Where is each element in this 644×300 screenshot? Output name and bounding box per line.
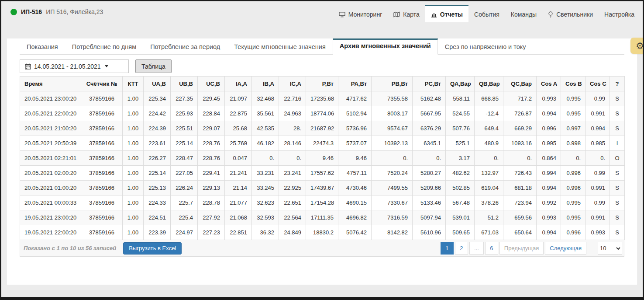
- table-cell: 36.32: [252, 225, 279, 240]
- nav-reports[interactable]: Отчеты: [425, 5, 468, 22]
- table-row: 20.05.2021 02:00:20378591661.00225.14227…: [20, 166, 625, 181]
- next-page-button[interactable]: Следующая: [545, 242, 586, 255]
- table-cell: 378.26: [475, 195, 503, 210]
- table-cell: 8142.82: [372, 225, 413, 240]
- table-cell: 6376.29: [413, 121, 446, 136]
- table-cell: 7316.59: [372, 210, 413, 225]
- table-cell: 0.996: [561, 181, 585, 195]
- table-footer: Показано с 1 по 10 из 56 записей Выгрузи…: [20, 240, 624, 257]
- date-range-picker[interactable]: 14.05.2021 - 21.05.2021: [20, 59, 129, 73]
- table-view-button[interactable]: Таблица: [135, 59, 172, 73]
- table-body: 20.05.2021 23:00:20378591661.00225.34227…: [20, 91, 625, 240]
- device-info: ИП-516 ИП 516, Филейка,23: [10, 1, 103, 22]
- table-cell: 0.994: [537, 181, 561, 195]
- table-cell: 227.92: [198, 210, 225, 225]
- table-cell: 0.: [372, 151, 413, 166]
- table-cell: 1.00: [123, 151, 144, 166]
- table-cell: 723.94: [503, 195, 537, 210]
- table-cell: 0.: [252, 151, 279, 166]
- prev-page-button[interactable]: Предыдущая: [499, 242, 544, 255]
- table-cell: 19.05.2021 23:00:20: [20, 210, 81, 225]
- nav-monitoring[interactable]: Мониторинг: [333, 5, 388, 22]
- table-cell: 0.996: [561, 225, 585, 240]
- nav-settings[interactable]: Настройка: [599, 5, 640, 22]
- table-cell: I: [610, 136, 625, 151]
- table-cell: 17235.68: [306, 91, 338, 106]
- nav-label: Команды: [511, 11, 537, 18]
- table-cell: 5667.95: [413, 106, 446, 121]
- table-cell: 4690.15: [338, 195, 372, 210]
- table-cell: 226.27: [144, 151, 171, 166]
- tab-period-consumption[interactable]: Потребление за период: [143, 38, 227, 55]
- table-cell: 1.00: [123, 136, 144, 151]
- table-cell: S: [610, 195, 625, 210]
- nav-label: Отчеты: [440, 11, 463, 18]
- table-cell: 21687.92: [306, 121, 338, 136]
- nav-label: События: [474, 11, 499, 18]
- table-cell: 7330.67: [372, 195, 413, 210]
- tab-readings[interactable]: Показания: [20, 38, 65, 55]
- table-cell: 0.: [413, 151, 446, 166]
- table-cell: 0.991: [585, 181, 610, 195]
- tab-instant-values-archive[interactable]: Архив мгновенных значений: [333, 38, 438, 55]
- table-cell: 509.65: [446, 225, 475, 240]
- table-cell: 33.245: [252, 181, 279, 195]
- table-row: 20.05.2021 01:00:20378591661.00225.13226…: [20, 181, 625, 195]
- table-cell: 0.993: [537, 91, 561, 106]
- table-cell: 681.18: [503, 181, 537, 195]
- table-cell: -12.4: [475, 106, 503, 121]
- table-cell: 524.55: [446, 106, 475, 121]
- table-cell: 0.99: [585, 166, 610, 181]
- table-cell: 32.593: [252, 210, 279, 225]
- column-header: UA,B: [144, 77, 171, 91]
- table-cell: 5280.27: [413, 166, 446, 181]
- table-cell: 0.996: [537, 121, 561, 136]
- table-cell: 619.04: [475, 181, 503, 195]
- table-cell: 37859166: [81, 210, 123, 225]
- column-header: UC,B: [198, 77, 225, 91]
- table-cell: 1.00: [123, 225, 144, 240]
- table-cell: 20.05.2021 02:00:20: [20, 166, 81, 181]
- calendar-icon: [25, 63, 31, 70]
- column-header: PC,Вт: [413, 77, 446, 91]
- page-button-1[interactable]: 1: [441, 242, 454, 255]
- top-nav: Мониторинг Карта Отчеты События Команды …: [333, 1, 640, 22]
- table-cell: 25.769: [225, 136, 252, 151]
- table-cell: 3.17: [446, 151, 475, 166]
- table-cell: 21.097: [225, 91, 252, 106]
- table-cell: 228.84: [198, 106, 225, 121]
- table-cell: 21.068: [225, 210, 252, 225]
- column-header: IA,A: [225, 77, 252, 91]
- table-cell: 539.01: [446, 210, 475, 225]
- table-row: 20.05.2021 21:00:20378591661.00224.39225…: [20, 121, 625, 136]
- export-excel-button[interactable]: Выгрузить в Excel: [123, 242, 182, 255]
- page-button-6[interactable]: 6: [485, 242, 498, 255]
- table-cell: 37859166: [81, 91, 123, 106]
- table-cell: 480.9: [475, 136, 503, 151]
- device-id: ИП-516: [21, 8, 42, 15]
- table-cell: 37859166: [81, 151, 123, 166]
- page-button-2[interactable]: 2: [455, 242, 468, 255]
- table-cell: 5736.96: [338, 121, 372, 136]
- table-cell: 20.05.2021 21:00:20: [20, 121, 81, 136]
- nav-commands[interactable]: Команды: [505, 5, 542, 22]
- nav-lights[interactable]: Светильники: [542, 5, 599, 22]
- table-cell: 228.76: [198, 151, 225, 166]
- table-cell: 649.4: [475, 121, 503, 136]
- table-cell: 18774.06: [306, 106, 338, 121]
- nav-events[interactable]: События: [468, 5, 505, 22]
- table-cell: 225.13: [144, 181, 171, 195]
- tab-daily-consumption[interactable]: Потребление по дням: [65, 38, 143, 55]
- tab-current-instant-values[interactable]: Текущие мгновенные значения: [227, 38, 332, 55]
- table-cell: 33.231: [252, 166, 279, 181]
- date-range-value: 14.05.2021 - 21.05.2021: [34, 63, 101, 70]
- table-cell: 225.51: [171, 121, 198, 136]
- table-cell: 20.05.2021 00:00:33: [20, 195, 81, 210]
- table-cell: 224.39: [144, 121, 171, 136]
- page-ellipsis[interactable]: ...: [469, 242, 484, 255]
- table-cell: 1.00: [123, 106, 144, 121]
- page-size-select[interactable]: 10: [598, 242, 622, 255]
- settings-flap-button[interactable]: ⚙: [630, 38, 643, 54]
- nav-map[interactable]: Карта: [388, 5, 425, 22]
- tab-voltage-current-slice[interactable]: Срез по напряжению и току: [438, 38, 533, 55]
